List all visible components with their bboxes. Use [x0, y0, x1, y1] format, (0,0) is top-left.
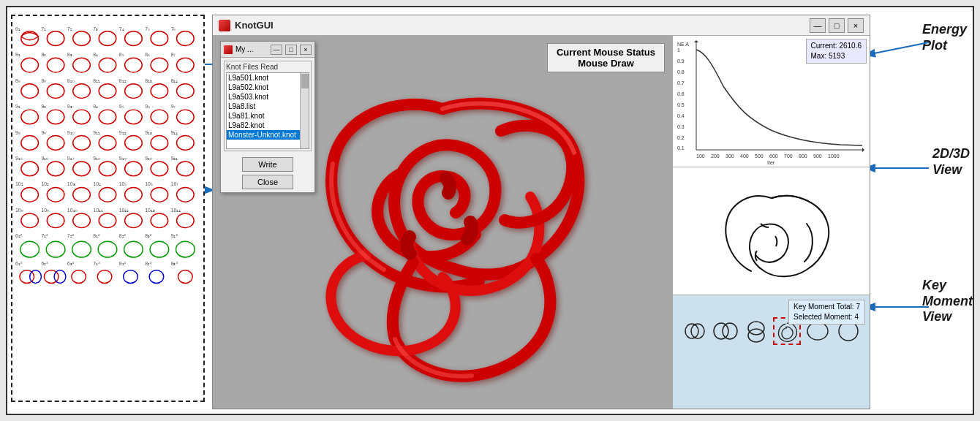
- svg-text:9₇: 9₇: [171, 104, 176, 109]
- svg-text:9₂₀: 9₂₀: [145, 156, 152, 161]
- svg-point-133: [30, 270, 42, 284]
- svg-text:9₁₄: 9₁₄: [171, 130, 178, 135]
- key-moment-thumb-2[interactable]: [712, 317, 739, 345]
- key-moment-thumb-1[interactable]: [681, 317, 709, 345]
- svg-text:6₃³: 6₃³: [67, 261, 75, 266]
- svg-text:8₁₀: 8₁₀: [67, 78, 75, 83]
- svg-text:8₆: 8₆: [145, 52, 150, 57]
- right-panel: Current: 2610.6 Max: 5193 1 0.9 0.8 0.7 …: [672, 36, 870, 409]
- file-list-item[interactable]: L9a81.knot: [227, 111, 309, 121]
- svg-point-122: [72, 241, 91, 257]
- file-list-item[interactable]: L9a502.knot: [227, 83, 309, 92]
- dialog-close-button[interactable]: ×: [300, 45, 312, 55]
- svg-text:7₁: 7₁: [41, 26, 46, 31]
- svg-point-118: [20, 241, 39, 257]
- file-list-item[interactable]: L9a82.knot: [227, 121, 309, 130]
- svg-text:10₁₃: 10₁₃: [145, 208, 155, 213]
- mouse-status-label: Current Mouse Status: [557, 47, 655, 58]
- svg-text:9₈: 9₈: [15, 130, 20, 135]
- svg-text:6₁: 6₁: [15, 26, 20, 31]
- svg-text:8₁₁: 8₁₁: [93, 78, 100, 83]
- svg-point-136: [54, 270, 66, 284]
- energy-max: Max: 5193: [811, 51, 862, 61]
- file-list-item[interactable]: L9a501.knot: [227, 73, 309, 83]
- file-list-item-selected[interactable]: Monster-Unknot.knot: [227, 130, 309, 140]
- svg-marker-172: [694, 40, 698, 42]
- close-dialog-button[interactable]: Close: [242, 175, 293, 189]
- svg-text:9₁₃: 9₁₃: [145, 130, 152, 135]
- svg-text:6₁²: 6₁²: [15, 233, 23, 238]
- svg-text:8₄: 8₄: [93, 52, 98, 57]
- svg-text:300: 300: [725, 153, 734, 159]
- minimize-button[interactable]: —: [810, 18, 826, 33]
- svg-text:10₁₂: 10₁₂: [119, 208, 129, 213]
- svg-point-178: [748, 329, 764, 342]
- maximize-button[interactable]: □: [829, 18, 845, 33]
- svg-point-40: [99, 84, 116, 99]
- svg-text:9₁₀: 9₁₀: [67, 130, 75, 135]
- svg-text:9₁: 9₁: [15, 104, 20, 109]
- svg-point-52: [73, 110, 91, 124]
- svg-text:7₄: 7₄: [119, 26, 124, 31]
- svg-point-56: [125, 110, 143, 124]
- svg-point-108: [73, 213, 91, 228]
- energy-info-box: Current: 2610.6 Max: 5193: [806, 39, 867, 64]
- svg-point-102: [177, 187, 195, 202]
- svg-point-22: [47, 58, 64, 72]
- close-button[interactable]: ×: [848, 18, 864, 33]
- svg-point-86: [151, 162, 168, 176]
- svg-text:400: 400: [740, 153, 749, 159]
- window-title: KnotGUI: [235, 20, 810, 31]
- svg-point-94: [73, 187, 91, 202]
- key-moment-thumb-3[interactable]: [742, 317, 770, 345]
- dialog-minimize-button[interactable]: —: [271, 45, 282, 55]
- svg-point-80: [73, 162, 91, 176]
- svg-text:8₃: 8₃: [67, 52, 72, 57]
- svg-point-46: [177, 84, 195, 99]
- file-list-item[interactable]: L9a503.knot: [227, 92, 309, 102]
- file-list[interactable]: L9a501.knot L9a502.knot L9a503.knot L9a8…: [226, 72, 309, 149]
- svg-text:0.2: 0.2: [677, 135, 685, 140]
- svg-text:9₁₈: 9₁₈: [93, 156, 100, 161]
- svg-text:8₁₄: 8₁₄: [171, 78, 178, 83]
- svg-point-44: [151, 84, 168, 99]
- svg-point-10: [73, 31, 91, 46]
- svg-text:9₂₁: 9₂₁: [171, 156, 178, 161]
- svg-text:10₃: 10₃: [67, 182, 75, 187]
- svg-text:0.5: 0.5: [677, 102, 685, 107]
- svg-text:7₁³: 7₁³: [93, 261, 100, 266]
- dialog-buttons: Write Close: [221, 154, 314, 192]
- svg-point-34: [21, 84, 39, 99]
- svg-text:9₉: 9₉: [41, 130, 46, 135]
- svg-text:10₁₀: 10₁₀: [67, 208, 78, 213]
- gallery-svg: 6₁ 7₁ 7₂ 7₃ 7₄ 7₅ 7₆ 8₁ 8₂ 8₃ 8₄ 8₅ 8₆ 8…: [14, 18, 202, 402]
- svg-point-88: [177, 162, 195, 176]
- svg-point-68: [99, 136, 116, 151]
- annotation-energy: EnergyPlot: [922, 22, 967, 53]
- key-moment-header: Key Moment Total: 7 Selected Moment: 4: [788, 300, 865, 325]
- energy-current: Current: 2610.6: [811, 41, 862, 51]
- svg-text:200: 200: [711, 153, 720, 159]
- svg-text:10₁₄: 10₁₄: [171, 208, 181, 213]
- svg-text:7₂²: 7₂²: [67, 233, 75, 238]
- file-list-item[interactable]: L9a8.list: [227, 102, 309, 111]
- svg-point-176: [723, 323, 737, 339]
- svg-point-50: [47, 110, 64, 124]
- write-button[interactable]: Write: [242, 157, 293, 172]
- file-dialog-titlebar: My ... — □ ×: [221, 42, 314, 58]
- svg-point-174: [691, 324, 704, 338]
- file-list-scrollbar[interactable]: [300, 73, 309, 148]
- annotation-2d3d: 2D/3DView: [932, 146, 970, 178]
- file-dialog[interactable]: My ... — □ × Knot Files Read L9a501.knot…: [220, 41, 315, 193]
- svg-text:0.6: 0.6: [677, 91, 685, 96]
- dialog-maximize-button[interactable]: □: [285, 45, 297, 55]
- svg-point-30: [151, 58, 168, 72]
- knot-files-label: Knot Files Read: [226, 63, 309, 71]
- svg-point-8: [47, 31, 64, 46]
- scrollbar-thumb[interactable]: [301, 74, 309, 88]
- svg-text:600: 600: [769, 153, 778, 159]
- svg-text:10₂: 10₂: [41, 182, 49, 187]
- svg-point-90: [21, 187, 39, 202]
- svg-point-120: [46, 241, 65, 257]
- window-controls[interactable]: — □ ×: [810, 18, 864, 33]
